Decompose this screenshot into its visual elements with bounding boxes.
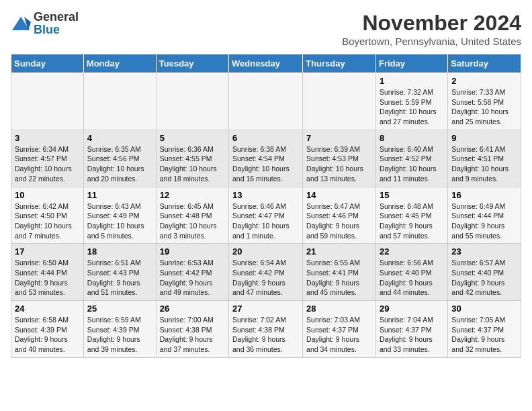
calendar-cell: 2Sunrise: 7:33 AM Sunset: 5:58 PM Daylig… xyxy=(448,73,521,130)
day-number: 3 xyxy=(15,133,80,143)
calendar-cell: 27Sunrise: 7:02 AM Sunset: 4:38 PM Dayli… xyxy=(229,301,303,358)
calendar-cell: 15Sunrise: 6:48 AM Sunset: 4:45 PM Dayli… xyxy=(375,187,447,244)
day-info: Sunrise: 6:49 AM Sunset: 4:44 PM Dayligh… xyxy=(451,201,517,241)
calendar-cell: 14Sunrise: 6:47 AM Sunset: 4:46 PM Dayli… xyxy=(303,187,376,244)
logo-icon xyxy=(11,15,31,32)
calendar-cell: 16Sunrise: 6:49 AM Sunset: 4:44 PM Dayli… xyxy=(448,187,521,244)
day-info: Sunrise: 6:47 AM Sunset: 4:46 PM Dayligh… xyxy=(306,201,372,241)
day-number: 15 xyxy=(380,190,444,200)
day-number: 17 xyxy=(15,246,80,257)
calendar-body: 1Sunrise: 7:32 AM Sunset: 5:59 PM Daylig… xyxy=(11,73,521,358)
calendar-cell: 26Sunrise: 7:00 AM Sunset: 4:38 PM Dayli… xyxy=(156,301,228,358)
day-number: 23 xyxy=(451,246,517,257)
day-number: 26 xyxy=(160,304,225,314)
day-number: 10 xyxy=(15,190,80,200)
day-number: 11 xyxy=(87,190,152,200)
day-number: 8 xyxy=(380,133,444,143)
day-info: Sunrise: 6:50 AM Sunset: 4:44 PM Dayligh… xyxy=(15,258,80,298)
calendar-cell: 23Sunrise: 6:57 AM Sunset: 4:40 PM Dayli… xyxy=(448,244,521,301)
calendar-cell: 28Sunrise: 7:03 AM Sunset: 4:37 PM Dayli… xyxy=(303,301,376,358)
calendar-week-row: 17Sunrise: 6:50 AM Sunset: 4:44 PM Dayli… xyxy=(11,244,521,301)
day-number: 29 xyxy=(380,304,444,314)
day-number: 2 xyxy=(451,76,517,86)
day-info: Sunrise: 6:41 AM Sunset: 4:51 PM Dayligh… xyxy=(451,144,517,184)
col-saturday: Saturday xyxy=(448,54,521,73)
day-number: 30 xyxy=(451,304,517,314)
day-number: 13 xyxy=(232,190,299,200)
calendar-cell xyxy=(156,73,228,130)
day-info: Sunrise: 6:59 AM Sunset: 4:39 PM Dayligh… xyxy=(87,315,152,355)
day-number: 28 xyxy=(306,304,372,314)
day-number: 7 xyxy=(306,133,372,143)
calendar-week-row: 3Sunrise: 6:34 AM Sunset: 4:57 PM Daylig… xyxy=(11,130,521,187)
logo-text-general: General xyxy=(34,10,79,24)
calendar-cell: 10Sunrise: 6:42 AM Sunset: 4:50 PM Dayli… xyxy=(11,187,84,244)
calendar-cell: 30Sunrise: 7:05 AM Sunset: 4:37 PM Dayli… xyxy=(448,301,521,358)
calendar-week-row: 24Sunrise: 6:58 AM Sunset: 4:39 PM Dayli… xyxy=(11,301,521,358)
calendar-week-row: 10Sunrise: 6:42 AM Sunset: 4:50 PM Dayli… xyxy=(11,187,521,244)
calendar-cell: 18Sunrise: 6:51 AM Sunset: 4:43 PM Dayli… xyxy=(83,244,156,301)
col-monday: Monday xyxy=(83,54,156,73)
day-number: 20 xyxy=(232,246,299,257)
day-info: Sunrise: 6:34 AM Sunset: 4:57 PM Dayligh… xyxy=(15,144,80,184)
day-info: Sunrise: 6:38 AM Sunset: 4:54 PM Dayligh… xyxy=(232,144,299,184)
calendar-cell: 19Sunrise: 6:53 AM Sunset: 4:42 PM Dayli… xyxy=(156,244,228,301)
calendar-cell: 6Sunrise: 6:38 AM Sunset: 4:54 PM Daylig… xyxy=(229,130,303,187)
day-info: Sunrise: 7:00 AM Sunset: 4:38 PM Dayligh… xyxy=(160,315,225,355)
calendar-table: Sunday Monday Tuesday Wednesday Thursday… xyxy=(11,54,521,358)
day-info: Sunrise: 6:57 AM Sunset: 4:40 PM Dayligh… xyxy=(451,258,517,298)
day-number: 21 xyxy=(306,246,372,257)
day-number: 24 xyxy=(15,304,80,314)
day-number: 19 xyxy=(160,246,225,257)
day-info: Sunrise: 6:54 AM Sunset: 4:42 PM Dayligh… xyxy=(232,258,299,298)
col-tuesday: Tuesday xyxy=(156,54,228,73)
main-title: November 2024 xyxy=(342,11,521,36)
day-info: Sunrise: 6:43 AM Sunset: 4:49 PM Dayligh… xyxy=(87,201,152,241)
day-info: Sunrise: 6:42 AM Sunset: 4:50 PM Dayligh… xyxy=(15,201,80,241)
day-number: 27 xyxy=(232,304,299,314)
calendar-cell: 4Sunrise: 6:35 AM Sunset: 4:56 PM Daylig… xyxy=(83,130,156,187)
day-info: Sunrise: 7:04 AM Sunset: 4:37 PM Dayligh… xyxy=(380,315,444,355)
day-info: Sunrise: 6:46 AM Sunset: 4:47 PM Dayligh… xyxy=(232,201,299,241)
header-row: Sunday Monday Tuesday Wednesday Thursday… xyxy=(11,54,521,73)
day-number: 12 xyxy=(160,190,225,200)
day-info: Sunrise: 7:02 AM Sunset: 4:38 PM Dayligh… xyxy=(232,315,299,355)
calendar-cell: 24Sunrise: 6:58 AM Sunset: 4:39 PM Dayli… xyxy=(11,301,84,358)
calendar-cell: 11Sunrise: 6:43 AM Sunset: 4:49 PM Dayli… xyxy=(83,187,156,244)
title-area: November 2024 Boyertown, Pennsylvania, U… xyxy=(342,11,521,47)
day-info: Sunrise: 6:39 AM Sunset: 4:53 PM Dayligh… xyxy=(306,144,372,184)
day-number: 18 xyxy=(87,246,152,257)
day-info: Sunrise: 6:55 AM Sunset: 4:41 PM Dayligh… xyxy=(306,258,372,298)
day-info: Sunrise: 6:58 AM Sunset: 4:39 PM Dayligh… xyxy=(15,315,80,355)
calendar-cell: 5Sunrise: 6:36 AM Sunset: 4:55 PM Daylig… xyxy=(156,130,228,187)
calendar-cell: 25Sunrise: 6:59 AM Sunset: 4:39 PM Dayli… xyxy=(83,301,156,358)
day-info: Sunrise: 7:33 AM Sunset: 5:58 PM Dayligh… xyxy=(451,87,517,127)
day-info: Sunrise: 6:35 AM Sunset: 4:56 PM Dayligh… xyxy=(87,144,152,184)
day-number: 6 xyxy=(232,133,299,143)
calendar-cell: 3Sunrise: 6:34 AM Sunset: 4:57 PM Daylig… xyxy=(11,130,84,187)
calendar-header: Sunday Monday Tuesday Wednesday Thursday… xyxy=(11,54,521,73)
day-number: 1 xyxy=(380,76,444,86)
calendar-cell xyxy=(11,73,84,130)
day-info: Sunrise: 6:36 AM Sunset: 4:55 PM Dayligh… xyxy=(160,144,225,184)
calendar-week-row: 1Sunrise: 7:32 AM Sunset: 5:59 PM Daylig… xyxy=(11,73,521,130)
day-number: 25 xyxy=(87,304,152,314)
day-info: Sunrise: 7:05 AM Sunset: 4:37 PM Dayligh… xyxy=(451,315,517,355)
logo: General Blue xyxy=(11,11,79,36)
day-number: 22 xyxy=(380,246,444,257)
logo-text-blue: Blue xyxy=(34,23,60,36)
calendar-cell xyxy=(83,73,156,130)
day-number: 9 xyxy=(451,133,517,143)
calendar-cell: 7Sunrise: 6:39 AM Sunset: 4:53 PM Daylig… xyxy=(303,130,376,187)
calendar-cell: 17Sunrise: 6:50 AM Sunset: 4:44 PM Dayli… xyxy=(11,244,84,301)
day-info: Sunrise: 6:48 AM Sunset: 4:45 PM Dayligh… xyxy=(380,201,444,241)
calendar-cell xyxy=(229,73,303,130)
calendar-cell: 8Sunrise: 6:40 AM Sunset: 4:52 PM Daylig… xyxy=(375,130,447,187)
calendar-cell: 12Sunrise: 6:45 AM Sunset: 4:48 PM Dayli… xyxy=(156,187,228,244)
day-info: Sunrise: 6:53 AM Sunset: 4:42 PM Dayligh… xyxy=(160,258,225,298)
day-number: 4 xyxy=(87,133,152,143)
col-friday: Friday xyxy=(375,54,447,73)
calendar-cell: 22Sunrise: 6:56 AM Sunset: 4:40 PM Dayli… xyxy=(375,244,447,301)
day-info: Sunrise: 7:03 AM Sunset: 4:37 PM Dayligh… xyxy=(306,315,372,355)
day-number: 16 xyxy=(451,190,517,200)
